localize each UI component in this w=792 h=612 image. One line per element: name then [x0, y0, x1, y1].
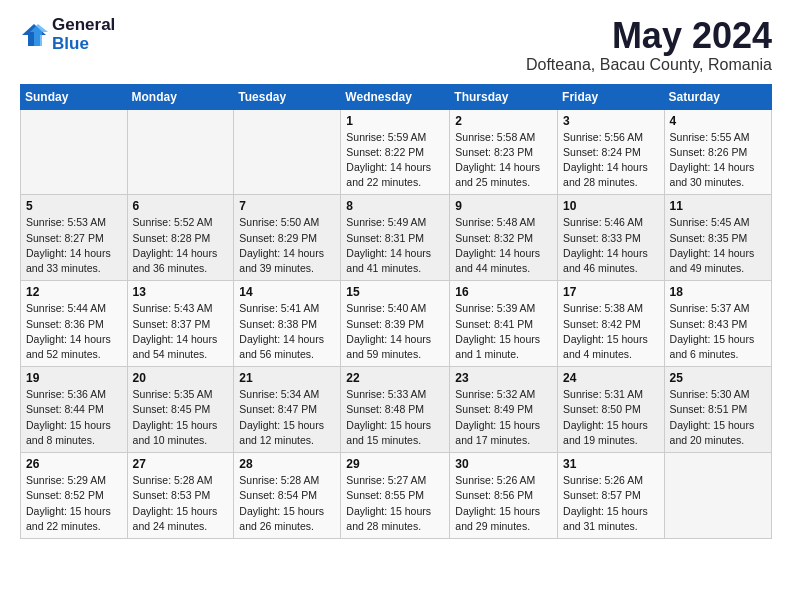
day-info: Sunrise: 5:41 AM Sunset: 8:38 PM Dayligh… [239, 301, 335, 362]
day-of-week-header: Friday [558, 84, 665, 109]
calendar-cell: 1Sunrise: 5:59 AM Sunset: 8:22 PM Daylig… [341, 109, 450, 195]
calendar-cell: 18Sunrise: 5:37 AM Sunset: 8:43 PM Dayli… [664, 281, 771, 367]
day-of-week-header: Monday [127, 84, 234, 109]
day-info: Sunrise: 5:37 AM Sunset: 8:43 PM Dayligh… [670, 301, 766, 362]
calendar-cell: 22Sunrise: 5:33 AM Sunset: 8:48 PM Dayli… [341, 367, 450, 453]
calendar-cell: 21Sunrise: 5:34 AM Sunset: 8:47 PM Dayli… [234, 367, 341, 453]
day-of-week-header: Wednesday [341, 84, 450, 109]
calendar-cell: 5Sunrise: 5:53 AM Sunset: 8:27 PM Daylig… [21, 195, 128, 281]
day-number: 31 [563, 457, 659, 471]
day-number: 9 [455, 199, 552, 213]
calendar-week-row: 19Sunrise: 5:36 AM Sunset: 8:44 PM Dayli… [21, 367, 772, 453]
calendar-cell: 30Sunrise: 5:26 AM Sunset: 8:56 PM Dayli… [450, 453, 558, 539]
day-number: 25 [670, 371, 766, 385]
day-of-week-header: Tuesday [234, 84, 341, 109]
day-info: Sunrise: 5:50 AM Sunset: 8:29 PM Dayligh… [239, 215, 335, 276]
day-of-week-header: Sunday [21, 84, 128, 109]
calendar-cell: 19Sunrise: 5:36 AM Sunset: 8:44 PM Dayli… [21, 367, 128, 453]
calendar-cell: 16Sunrise: 5:39 AM Sunset: 8:41 PM Dayli… [450, 281, 558, 367]
day-number: 8 [346, 199, 444, 213]
calendar-cell: 7Sunrise: 5:50 AM Sunset: 8:29 PM Daylig… [234, 195, 341, 281]
day-number: 22 [346, 371, 444, 385]
day-info: Sunrise: 5:35 AM Sunset: 8:45 PM Dayligh… [133, 387, 229, 448]
calendar-week-row: 1Sunrise: 5:59 AM Sunset: 8:22 PM Daylig… [21, 109, 772, 195]
calendar-cell: 11Sunrise: 5:45 AM Sunset: 8:35 PM Dayli… [664, 195, 771, 281]
day-info: Sunrise: 5:44 AM Sunset: 8:36 PM Dayligh… [26, 301, 122, 362]
calendar-title: May 2024 [526, 16, 772, 56]
day-info: Sunrise: 5:36 AM Sunset: 8:44 PM Dayligh… [26, 387, 122, 448]
day-info: Sunrise: 5:39 AM Sunset: 8:41 PM Dayligh… [455, 301, 552, 362]
day-number: 28 [239, 457, 335, 471]
day-of-week-header: Thursday [450, 84, 558, 109]
day-number: 26 [26, 457, 122, 471]
header: General Blue May 2024 Dofteana, Bacau Co… [20, 16, 772, 74]
day-info: Sunrise: 5:27 AM Sunset: 8:55 PM Dayligh… [346, 473, 444, 534]
day-info: Sunrise: 5:48 AM Sunset: 8:32 PM Dayligh… [455, 215, 552, 276]
calendar-cell: 25Sunrise: 5:30 AM Sunset: 8:51 PM Dayli… [664, 367, 771, 453]
day-number: 4 [670, 114, 766, 128]
day-info: Sunrise: 5:49 AM Sunset: 8:31 PM Dayligh… [346, 215, 444, 276]
day-info: Sunrise: 5:33 AM Sunset: 8:48 PM Dayligh… [346, 387, 444, 448]
day-number: 10 [563, 199, 659, 213]
day-number: 21 [239, 371, 335, 385]
day-info: Sunrise: 5:28 AM Sunset: 8:54 PM Dayligh… [239, 473, 335, 534]
day-number: 19 [26, 371, 122, 385]
calendar-cell: 27Sunrise: 5:28 AM Sunset: 8:53 PM Dayli… [127, 453, 234, 539]
day-number: 18 [670, 285, 766, 299]
calendar-cell: 17Sunrise: 5:38 AM Sunset: 8:42 PM Dayli… [558, 281, 665, 367]
day-number: 29 [346, 457, 444, 471]
calendar-week-row: 26Sunrise: 5:29 AM Sunset: 8:52 PM Dayli… [21, 453, 772, 539]
day-info: Sunrise: 5:31 AM Sunset: 8:50 PM Dayligh… [563, 387, 659, 448]
day-number: 17 [563, 285, 659, 299]
calendar-cell: 24Sunrise: 5:31 AM Sunset: 8:50 PM Dayli… [558, 367, 665, 453]
day-number: 13 [133, 285, 229, 299]
day-of-week-header: Saturday [664, 84, 771, 109]
day-number: 3 [563, 114, 659, 128]
day-info: Sunrise: 5:56 AM Sunset: 8:24 PM Dayligh… [563, 130, 659, 191]
calendar-cell [664, 453, 771, 539]
day-number: 16 [455, 285, 552, 299]
calendar-table: SundayMondayTuesdayWednesdayThursdayFrid… [20, 84, 772, 539]
calendar-cell: 2Sunrise: 5:58 AM Sunset: 8:23 PM Daylig… [450, 109, 558, 195]
day-info: Sunrise: 5:55 AM Sunset: 8:26 PM Dayligh… [670, 130, 766, 191]
day-number: 11 [670, 199, 766, 213]
logo-general: General [52, 16, 115, 35]
calendar-cell: 23Sunrise: 5:32 AM Sunset: 8:49 PM Dayli… [450, 367, 558, 453]
day-number: 6 [133, 199, 229, 213]
calendar-cell [127, 109, 234, 195]
day-number: 1 [346, 114, 444, 128]
day-info: Sunrise: 5:58 AM Sunset: 8:23 PM Dayligh… [455, 130, 552, 191]
day-number: 2 [455, 114, 552, 128]
day-number: 24 [563, 371, 659, 385]
day-number: 12 [26, 285, 122, 299]
calendar-cell: 12Sunrise: 5:44 AM Sunset: 8:36 PM Dayli… [21, 281, 128, 367]
day-info: Sunrise: 5:32 AM Sunset: 8:49 PM Dayligh… [455, 387, 552, 448]
day-info: Sunrise: 5:46 AM Sunset: 8:33 PM Dayligh… [563, 215, 659, 276]
calendar-cell: 20Sunrise: 5:35 AM Sunset: 8:45 PM Dayli… [127, 367, 234, 453]
calendar-header-row: SundayMondayTuesdayWednesdayThursdayFrid… [21, 84, 772, 109]
calendar-cell: 26Sunrise: 5:29 AM Sunset: 8:52 PM Dayli… [21, 453, 128, 539]
day-info: Sunrise: 5:59 AM Sunset: 8:22 PM Dayligh… [346, 130, 444, 191]
calendar-cell [234, 109, 341, 195]
day-info: Sunrise: 5:28 AM Sunset: 8:53 PM Dayligh… [133, 473, 229, 534]
day-info: Sunrise: 5:34 AM Sunset: 8:47 PM Dayligh… [239, 387, 335, 448]
calendar-subtitle: Dofteana, Bacau County, Romania [526, 56, 772, 74]
day-info: Sunrise: 5:38 AM Sunset: 8:42 PM Dayligh… [563, 301, 659, 362]
page: General Blue May 2024 Dofteana, Bacau Co… [0, 0, 792, 559]
day-info: Sunrise: 5:53 AM Sunset: 8:27 PM Dayligh… [26, 215, 122, 276]
day-number: 30 [455, 457, 552, 471]
day-info: Sunrise: 5:29 AM Sunset: 8:52 PM Dayligh… [26, 473, 122, 534]
logo-text: General Blue [52, 16, 115, 53]
day-number: 14 [239, 285, 335, 299]
calendar-cell: 4Sunrise: 5:55 AM Sunset: 8:26 PM Daylig… [664, 109, 771, 195]
day-info: Sunrise: 5:30 AM Sunset: 8:51 PM Dayligh… [670, 387, 766, 448]
calendar-cell: 9Sunrise: 5:48 AM Sunset: 8:32 PM Daylig… [450, 195, 558, 281]
title-block: May 2024 Dofteana, Bacau County, Romania [526, 16, 772, 74]
logo-blue: Blue [52, 35, 115, 54]
calendar-cell: 14Sunrise: 5:41 AM Sunset: 8:38 PM Dayli… [234, 281, 341, 367]
day-info: Sunrise: 5:40 AM Sunset: 8:39 PM Dayligh… [346, 301, 444, 362]
day-number: 7 [239, 199, 335, 213]
calendar-cell: 31Sunrise: 5:26 AM Sunset: 8:57 PM Dayli… [558, 453, 665, 539]
day-number: 20 [133, 371, 229, 385]
calendar-cell: 29Sunrise: 5:27 AM Sunset: 8:55 PM Dayli… [341, 453, 450, 539]
